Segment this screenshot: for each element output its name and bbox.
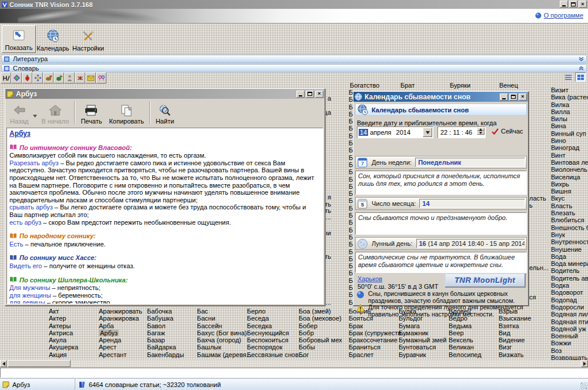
list-item[interactable]: Базар <box>147 336 184 344</box>
minimize-button[interactable] <box>296 91 305 98</box>
list-item[interactable]: Вихрь <box>551 181 588 188</box>
article-link[interactable]: для женщины <box>9 292 51 299</box>
print-button[interactable]: Печать <box>77 99 105 126</box>
list-item[interactable]: Вожжи <box>551 339 588 346</box>
horizontal-scrollbar[interactable] <box>0 360 588 367</box>
list-item[interactable]: Водяная птица <box>551 318 588 325</box>
list-item[interactable]: Водитель авто <box>551 275 588 282</box>
list-item[interactable]: Брак (супружеств... <box>349 329 407 336</box>
list-item[interactable]: Аранжировать <box>99 308 142 315</box>
list-item[interactable]: Бобер <box>299 322 342 329</box>
copy-button[interactable]: Копировать <box>105 99 147 126</box>
list-item[interactable]: Башлык <box>197 344 252 351</box>
list-item[interactable]: Бумажник <box>399 329 446 336</box>
back-history-dropdown[interactable] <box>32 115 38 118</box>
list-item[interactable]: Внук <box>551 231 588 238</box>
list-item[interactable]: Вино <box>551 137 588 144</box>
maximize-button[interactable] <box>509 94 517 101</box>
list-item[interactable]: Боа (меховое) <box>299 315 342 322</box>
list-item[interactable]: Внушение <box>551 246 588 253</box>
list-item[interactable]: Видение <box>499 336 531 344</box>
list-item[interactable]: Бабушка <box>147 315 184 322</box>
list-item[interactable]: Боа (змей) <box>299 308 342 315</box>
minimize-button[interactable] <box>500 94 508 101</box>
article-link[interactable]: Для мужчины <box>9 284 50 291</box>
list-item[interactable]: Внешность без <box>551 224 588 231</box>
list-item[interactable]: Виноград <box>551 144 588 151</box>
list-item[interactable]: Вилла <box>551 108 588 115</box>
list-item[interactable]: Внутренности <box>551 238 588 245</box>
list-item[interactable]: Влюбиться <box>551 216 588 224</box>
list-item[interactable]: Аранжировка <box>99 315 142 322</box>
list-item[interactable]: Байдарка <box>147 344 184 351</box>
spin-down-icon[interactable] <box>477 131 485 135</box>
list-item[interactable]: Бумага <box>399 322 446 329</box>
list-item[interactable]: Водяной уж <box>551 325 588 332</box>
list-item[interactable]: Вилка <box>551 101 588 108</box>
list-item[interactable]: Воз <box>551 347 588 354</box>
article-link[interactable]: Есть <box>9 241 23 248</box>
list-item[interactable]: Водитель <box>551 267 588 274</box>
list-item[interactable]: Водоросли <box>551 304 588 311</box>
list-item[interactable]: Веер <box>449 329 482 336</box>
selected-word[interactable]: Арбуз <box>99 329 119 336</box>
list-item[interactable]: Актриса <box>49 329 78 336</box>
list-item[interactable]: Бакенбарды <box>147 351 184 358</box>
list-item[interactable]: Вексель <box>449 336 482 344</box>
list-item[interactable]: Богатство <box>350 82 379 89</box>
date-combobox[interactable]: 14 апреля 2014 <box>357 126 433 138</box>
list-item[interactable]: Бессвязные снов... <box>247 351 304 358</box>
list-item[interactable]: Визжать <box>499 351 531 358</box>
list-item[interactable]: Беспорядок <box>247 344 304 351</box>
list-item[interactable]: Беседа <box>247 315 304 322</box>
list-item[interactable]: Визит <box>551 86 588 94</box>
list-item[interactable]: Бобровый мех <box>299 336 342 344</box>
list-item[interactable]: Арест <box>99 344 142 351</box>
list-item[interactable]: Актеры <box>49 322 78 329</box>
list-item[interactable]: Башмак (деревя... <box>197 351 252 358</box>
list-item[interactable]: Венец <box>499 82 518 89</box>
list-item[interactable]: Великан <box>449 344 482 351</box>
list-item[interactable]: Виселица <box>551 174 588 181</box>
list-item[interactable]: Бабочка <box>147 308 184 315</box>
list-item[interactable]: Арбуз <box>99 329 142 336</box>
list-item[interactable]: Брак <box>349 322 407 329</box>
resize-grip[interactable] <box>580 382 587 389</box>
article-heading-link[interactable]: Арбуз <box>9 130 320 138</box>
list-item[interactable]: Акула <box>49 336 78 344</box>
list-item[interactable]: Водка <box>551 282 588 289</box>
list-item[interactable]: Буряки <box>450 82 470 89</box>
list-item[interactable]: Ведьма <box>449 322 482 329</box>
close-button[interactable]: × <box>315 91 323 98</box>
article-link[interactable]: Видеть его <box>9 262 42 269</box>
home-button[interactable]: В начало <box>38 99 73 126</box>
word-filter-input[interactable] <box>0 368 588 378</box>
list-item[interactable]: Вишня <box>551 188 588 195</box>
list-item[interactable]: Бумажный змей <box>399 336 446 344</box>
list-item[interactable]: Беспокоиться <box>247 336 304 344</box>
list-item[interactable]: Бог <box>299 351 342 358</box>
list-item[interactable]: Бобы <box>299 344 342 351</box>
scroll-right-icon[interactable] <box>581 360 588 367</box>
list-item[interactable]: Винт <box>551 152 588 159</box>
find-button[interactable]: Найти <box>152 99 178 126</box>
list-item[interactable]: Арестант <box>99 351 142 358</box>
list-item[interactable]: Бассейн <box>197 322 252 329</box>
list-item[interactable]: Браслет <box>349 351 407 358</box>
list-item[interactable]: Виолончель <box>551 166 588 173</box>
list-item[interactable]: Буравчик <box>399 351 446 358</box>
scrollbar-thumb[interactable] <box>8 360 71 367</box>
list-item[interactable]: Винный суп <box>551 130 588 137</box>
list-item[interactable]: Влезать <box>551 209 588 216</box>
list-item[interactable]: Взятка <box>499 322 531 329</box>
back-button[interactable]: Назад <box>6 99 32 126</box>
list-item[interactable]: Бавол <box>147 322 184 329</box>
list-item[interactable]: Акт <box>49 308 78 315</box>
list-item[interactable]: Вода минерал <box>551 260 588 267</box>
list-item[interactable]: Багаж <box>147 329 184 336</box>
list-item[interactable]: Винтовая лест <box>551 159 588 166</box>
list-item[interactable]: Актер <box>49 315 78 322</box>
list-item[interactable]: Военный <box>551 332 588 339</box>
list-item[interactable]: Вид <box>499 329 531 336</box>
maximize-button[interactable] <box>306 91 314 98</box>
